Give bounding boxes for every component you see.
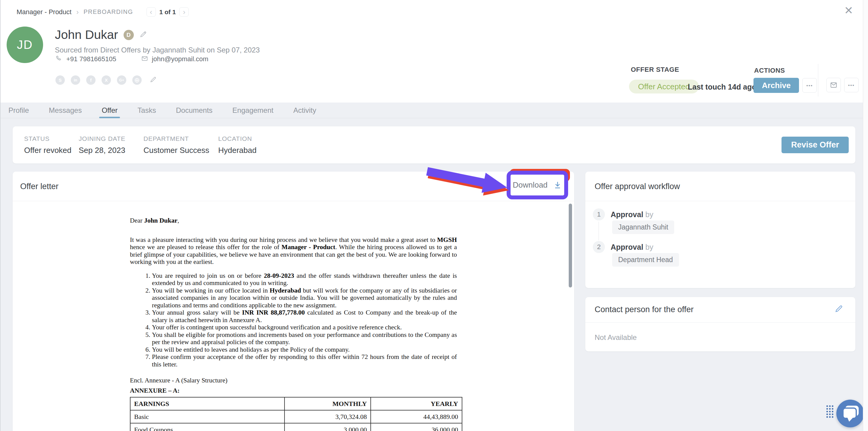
location-field: LOCATION Hyderabad <box>218 135 256 155</box>
step-label: Approval by <box>611 243 653 252</box>
chat-launcher-button[interactable] <box>836 400 864 427</box>
table-row: Food Coupons 3,000.00 36,000.00 <box>130 423 462 431</box>
close-icon[interactable]: ✕ <box>844 4 853 17</box>
actions-label: ACTIONS <box>754 67 785 75</box>
chat-bubble-icon <box>842 407 857 419</box>
tab-documents[interactable]: Documents <box>176 103 213 118</box>
chat-bubble-tail <box>846 418 852 424</box>
field-label: STATUS <box>24 135 79 142</box>
tab-messages[interactable]: Messages <box>49 103 82 118</box>
approval-title: Offer approval workflow <box>595 182 680 191</box>
archive-button[interactable]: Archive <box>753 78 799 93</box>
header-cell: MONTHLY <box>284 397 371 410</box>
candidate-phone: +91 7981665105 <box>66 55 116 63</box>
letter-term: You shall be eligible for promotions and… <box>152 331 457 346</box>
edit-name-icon[interactable] <box>139 30 147 39</box>
field-label: JOINING DATE <box>79 135 144 142</box>
tab-profile[interactable]: Profile <box>8 103 29 118</box>
chat-drag-handle-icon[interactable] <box>827 405 833 418</box>
edit-contact-icon[interactable] <box>834 304 843 315</box>
approval-header: Offer approval workflow <box>585 172 855 201</box>
letter-term: Please confirm your acceptance of the of… <box>152 353 457 368</box>
approval-steps: 1 Approval by Jagannath Suhit 2 Approval… <box>585 201 855 288</box>
download-annotation: Download <box>507 171 568 199</box>
letter-term: Your annual gross salary will be INR INR… <box>152 309 457 324</box>
social-links: S in f X G+ ⊕ <box>56 76 157 85</box>
linkedin-icon[interactable]: in <box>71 76 80 85</box>
contact-title: Contact person for the offer <box>595 305 693 314</box>
more-options-button[interactable]: ••• <box>844 78 859 92</box>
field-label: DEPARTMENT <box>144 135 218 142</box>
email-icon <box>141 55 148 63</box>
breadcrumb-stage: PREBOARDING <box>84 8 133 16</box>
joining-date-field: JOINING DATE Sep 28, 2023 <box>79 135 144 155</box>
earning-name-cell: Food Coupons <box>130 423 284 431</box>
field-value: Sep 28, 2023 <box>79 146 144 155</box>
phone-icon <box>56 55 63 63</box>
letter-scrollbar-thumb[interactable] <box>569 204 572 287</box>
department-field: DEPARTMENT Customer Success <box>144 135 218 155</box>
offer-summary-card: STATUS Offer revoked JOINING DATE Sep 28… <box>13 126 855 164</box>
yearly-cell: 36,000.00 <box>371 423 462 431</box>
monthly-cell: 3,70,324.08 <box>284 410 371 423</box>
approver-chip: Department Head <box>612 253 679 267</box>
tab-engagement[interactable]: Engagement <box>232 103 273 118</box>
offer-letter-viewer: Dear John Dukar, It was a pleasure inter… <box>13 201 574 431</box>
revise-offer-button[interactable]: Revise Offer <box>781 137 849 153</box>
offer-letter-panel: Offer letter Dear John Dukar, It was a p… <box>13 172 574 431</box>
letter-salutation: Dear John Dukar, <box>130 217 457 224</box>
prev-candidate-button[interactable]: ‹ <box>147 7 156 17</box>
offer-letter-document: Dear John Dukar, It was a pleasure inter… <box>130 217 457 431</box>
google-plus-icon[interactable]: G+ <box>117 76 126 85</box>
letter-term: You will be entitled to leaves and holid… <box>152 346 457 353</box>
step-number: 1 <box>593 208 605 221</box>
offer-approval-card: Offer approval workflow 1 Approval by Ja… <box>585 172 855 288</box>
step-number: 2 <box>593 241 605 253</box>
last-touch: Last touch 14d ago <box>688 83 756 91</box>
facebook-icon[interactable]: f <box>86 76 96 85</box>
monthly-cell: 3,000.00 <box>284 423 371 431</box>
field-value: Hyderabad <box>218 146 256 155</box>
annotation-highlight-box: Download <box>507 171 568 199</box>
tab-offer[interactable]: Offer <box>101 103 118 118</box>
letter-term: You are required to join us on or before… <box>152 272 457 287</box>
next-candidate-button[interactable]: › <box>179 7 189 17</box>
breadcrumb: Manager - Product › PREBOARDING ‹ 1 of 1… <box>17 7 189 17</box>
x-icon[interactable]: X <box>101 76 111 85</box>
source-badge: D <box>124 30 134 40</box>
step-connector <box>598 222 599 240</box>
yearly-cell: 44,43,889.00 <box>371 410 462 423</box>
contact-header: Contact person for the offer <box>585 297 855 323</box>
letter-terms-list: You are required to join us on or before… <box>130 272 457 368</box>
tab-activity[interactable]: Activity <box>293 103 316 118</box>
status-field: STATUS Offer revoked <box>24 135 79 155</box>
candidate-pager: ‹ 1 of 1 › <box>147 7 189 17</box>
phone-group: +91 7981665105 <box>56 55 116 63</box>
candidate-name: John Dukar <box>55 28 118 42</box>
breadcrumb-separator-icon: › <box>76 8 79 16</box>
step-label: Approval by <box>611 210 653 219</box>
header-cell: YEARLY <box>371 397 462 410</box>
contact-empty-state: Not Available <box>595 333 637 342</box>
website-icon[interactable]: ⊕ <box>132 76 142 85</box>
approver-chip: Jagannath Suhit <box>612 221 674 234</box>
annotation-arrow-icon <box>424 166 514 199</box>
download-button[interactable]: Download <box>510 175 564 196</box>
page-scrollbar[interactable] <box>863 0 868 431</box>
skype-icon[interactable]: S <box>56 76 65 85</box>
download-icon <box>553 181 562 190</box>
edit-socials-icon[interactable] <box>150 76 157 84</box>
table-header-row: EARNINGS MONTHLY YEARLY <box>130 397 462 410</box>
field-value: Customer Success <box>144 146 218 155</box>
breadcrumb-job-title[interactable]: Manager - Product <box>17 8 71 16</box>
envelope-icon <box>830 81 838 89</box>
more-actions-button[interactable]: ••• <box>802 78 817 93</box>
candidate-header: Manager - Product › PREBOARDING ‹ 1 of 1… <box>0 0 863 103</box>
send-email-button[interactable] <box>827 78 841 92</box>
salary-structure-table: EARNINGS MONTHLY YEARLY Basic 3,70,324.0… <box>130 397 462 431</box>
ellipsis-icon: ••• <box>807 83 813 88</box>
offer-stage-label: OFFER STAGE <box>631 66 679 74</box>
field-label: LOCATION <box>218 135 256 142</box>
avatar: JD <box>7 27 43 63</box>
tab-tasks[interactable]: Tasks <box>137 103 156 118</box>
